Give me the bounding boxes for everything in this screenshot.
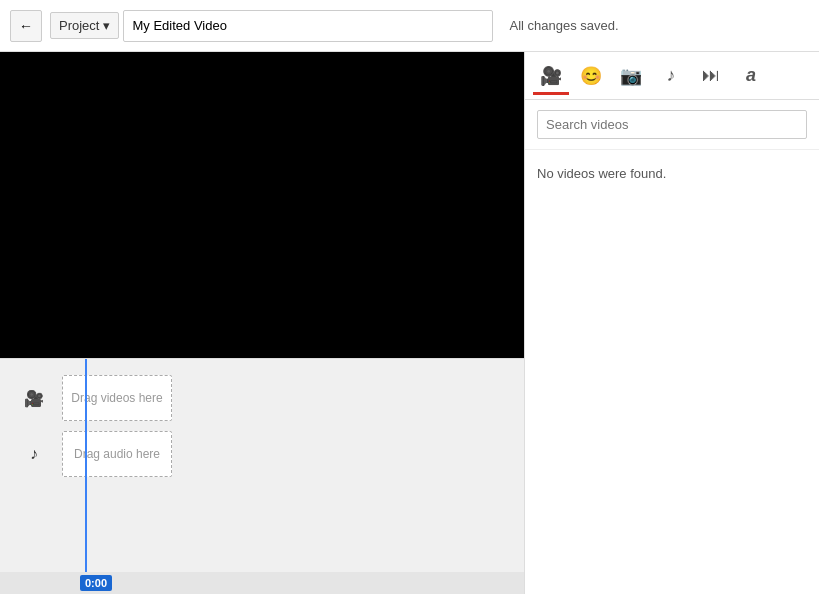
text-tab-icon: a (746, 65, 756, 86)
timeline-ruler: 0:00 (0, 572, 524, 594)
video-track-icon: 🎥 (20, 389, 48, 408)
tab-music[interactable]: ♪ (653, 58, 689, 94)
back-button[interactable]: ← (10, 10, 42, 42)
search-input[interactable] (537, 110, 807, 139)
dropdown-arrow-icon: ▾ (103, 18, 110, 33)
photo-tab-icon: 📷 (620, 65, 642, 87)
project-label: Project (59, 18, 99, 33)
emoji-tab-icon: 😊 (580, 65, 602, 87)
left-panel: 🎥 Drag videos here ♪ Drag audio here 0:0… (0, 52, 524, 594)
search-area (525, 100, 819, 150)
audio-drop-zone[interactable]: Drag audio here (62, 431, 172, 477)
transition-tab-icon: ⏭ (702, 65, 720, 86)
audio-track-icon: ♪ (20, 445, 48, 463)
timeline: 🎥 Drag videos here ♪ Drag audio here 0:0… (0, 358, 524, 594)
tab-text[interactable]: a (733, 58, 769, 94)
no-results-message: No videos were found. (525, 150, 819, 197)
tab-video[interactable]: 🎥 (533, 58, 569, 94)
media-tabs: 🎥 😊 📷 ♪ ⏭ a (525, 52, 819, 100)
time-marker: 0:00 (80, 575, 112, 591)
music-tab-icon: ♪ (667, 65, 676, 86)
playhead (85, 359, 87, 594)
timeline-tracks: 🎥 Drag videos here ♪ Drag audio here (0, 375, 524, 477)
back-icon: ← (19, 18, 33, 34)
top-bar: ← Project ▾ All changes saved. (0, 0, 819, 52)
main-layout: 🎥 Drag videos here ♪ Drag audio here 0:0… (0, 52, 819, 594)
audio-track-row: ♪ Drag audio here (20, 431, 524, 477)
video-preview (0, 52, 524, 358)
video-drop-zone[interactable]: Drag videos here (62, 375, 172, 421)
tab-photo[interactable]: 📷 (613, 58, 649, 94)
project-dropdown[interactable]: Project ▾ (50, 12, 119, 39)
tab-transition[interactable]: ⏭ (693, 58, 729, 94)
right-panel: 🎥 😊 📷 ♪ ⏭ a No videos were found. (524, 52, 819, 594)
video-track-row: 🎥 Drag videos here (20, 375, 524, 421)
tab-emoji[interactable]: 😊 (573, 58, 609, 94)
project-title-input[interactable] (123, 10, 493, 42)
video-tab-icon: 🎥 (540, 65, 562, 87)
save-status: All changes saved. (509, 18, 618, 33)
